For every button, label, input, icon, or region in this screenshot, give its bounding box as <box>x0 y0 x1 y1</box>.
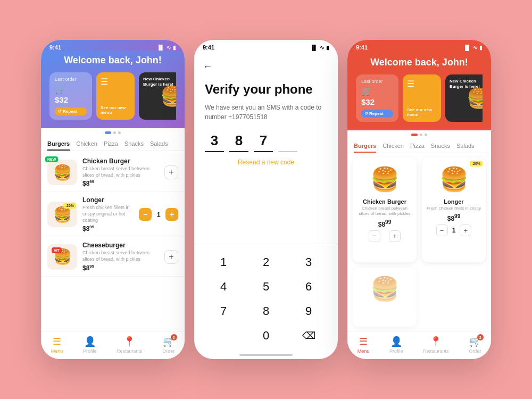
nav-profile-label-1: Profile <box>83 348 97 354</box>
grid-minus-1[interactable]: − <box>369 230 380 242</box>
order-badge-3: 2 <box>477 334 484 340</box>
last-order-card-1[interactable]: Last order 🛒 $32 ↺ Repeat <box>49 72 92 120</box>
key-5[interactable]: 5 <box>245 275 287 298</box>
item-img-2: 🍔 -20% <box>47 202 77 227</box>
grid-price-1: $899 <box>378 219 391 228</box>
qty-num-2: 1 <box>155 211 162 219</box>
key-2[interactable]: 2 <box>245 251 287 274</box>
verify-back-area: ← <box>194 53 338 77</box>
grid-minus-2[interactable]: − <box>436 225 448 236</box>
code-digit-2[interactable]: 8 <box>229 132 248 152</box>
profile-nav-icon-3: 👤 <box>390 336 402 347</box>
key-1[interactable]: 1 <box>203 251 244 274</box>
tab-salads-1[interactable]: Salads <box>150 137 168 151</box>
key-9[interactable]: 9 <box>288 300 329 323</box>
nav-order-3[interactable]: 🛒 2 Order <box>469 336 481 354</box>
item-name-1: Chicken Burger <box>82 157 159 165</box>
profile-nav-icon-1: 👤 <box>84 336 96 347</box>
add-button-1[interactable]: + <box>164 165 178 179</box>
key-4[interactable]: 4 <box>203 275 244 298</box>
last-order-card-3[interactable]: Last order 🛒 $32 ↺ Repeat <box>356 74 398 122</box>
add-button-3[interactable]: + <box>164 250 178 264</box>
tab-snacks-3[interactable]: Snacks <box>431 139 450 153</box>
signal-icon-2: ▐▌ <box>310 45 318 51</box>
badge-discount-2: -20% <box>63 203 76 209</box>
burger-card-3[interactable]: New Chicken Burger is here! 🍔 <box>445 74 483 122</box>
nav-profile-1[interactable]: 👤 Profile <box>83 336 97 354</box>
tab-snacks-1[interactable]: Snacks <box>124 137 144 151</box>
repeat-button-3[interactable]: ↺ Repeat <box>361 110 393 118</box>
numpad: 1 2 3 4 5 6 7 8 9 0 ⌫ <box>194 248 338 352</box>
menu-card-icon-3: ☰ <box>407 79 437 89</box>
menu-list-1: 🍔 NEW Chicken Burger Chicken breast serv… <box>41 151 185 331</box>
welcome-text-1: Welcome back, John! <box>49 55 176 66</box>
key-6[interactable]: 6 <box>288 275 329 298</box>
nav-menu-1[interactable]: ☰ Menu <box>51 336 63 354</box>
item-info-2: Longer Fresh chicken fillets in crispy o… <box>82 196 134 232</box>
dot-3-1 <box>411 134 418 136</box>
qty-plus-2[interactable]: + <box>165 208 178 221</box>
grid-item-2: -20% 🍔 Longer Fresh chicken fillets in c… <box>422 157 486 262</box>
item-img-1: 🍔 NEW <box>47 160 77 185</box>
carousel-dots-3 <box>347 130 491 137</box>
item-info-3: Cheeseburger Chicken breast served betwe… <box>82 242 159 271</box>
qty-minus-2[interactable]: − <box>139 208 152 221</box>
code-inputs[interactable]: 3 8 7 <box>205 132 327 152</box>
dot-3 <box>118 131 121 134</box>
burger-card-text-3: New Chicken Burger is here! <box>450 79 483 90</box>
key-8[interactable]: 8 <box>245 300 287 323</box>
last-order-label-1: Last order <box>55 77 87 82</box>
resend-link[interactable]: Resend a new code <box>205 159 327 166</box>
menu-card-3[interactable]: ☰ See our new menu <box>403 74 441 122</box>
badge-hit-3: HIT <box>52 247 62 253</box>
item-name-2: Longer <box>82 196 134 204</box>
status-time-3: 9:41 <box>356 44 368 51</box>
signal-icon: ▐▌ <box>157 45 164 51</box>
grid-plus-2[interactable]: + <box>460 225 471 236</box>
grid-name-2: Longer <box>444 198 463 205</box>
code-digit-4[interactable] <box>278 132 297 152</box>
grid-num-2: 1 <box>452 227 456 234</box>
tab-chicken-3[interactable]: Chicken <box>383 139 404 153</box>
item-name-3: Cheeseburger <box>82 242 159 249</box>
tab-salads-3[interactable]: Salads <box>456 139 475 153</box>
nav-profile-3[interactable]: 👤 Profile <box>389 336 403 354</box>
dot-1 <box>105 131 111 134</box>
burger-card-1[interactable]: New Chicken Burger is here! 🍔 <box>139 72 176 120</box>
last-order-price-1: $32 <box>55 95 87 104</box>
key-backspace[interactable]: ⌫ <box>288 324 329 347</box>
key-7[interactable]: 7 <box>203 300 244 323</box>
key-3[interactable]: 3 <box>288 251 329 274</box>
status-icons-2: ▐▌ ∿ ▮ <box>310 45 329 51</box>
nav-order-1[interactable]: 🛒 2 Order <box>162 336 174 354</box>
tab-chicken-1[interactable]: Chicken <box>76 137 97 151</box>
grid-plus-1[interactable]: + <box>389 230 401 242</box>
code-digit-3[interactable]: 7 <box>254 132 273 152</box>
tab-burgers-1[interactable]: Burgers <box>47 137 70 151</box>
phone-3: 9:41 ▐▌ ∿ ▮ Welcome back, John! Last ord… <box>347 40 491 359</box>
restaurants-nav-icon-1: 📍 <box>123 336 135 347</box>
grid-qty-1: − + <box>369 230 401 242</box>
signal-icon-3: ▐▌ <box>463 45 471 51</box>
badge-new-1: NEW <box>47 160 58 162</box>
menu-card-text-1: See our new menu <box>101 105 130 115</box>
nav-order-label-1: Order <box>162 348 174 354</box>
divider <box>194 244 338 244</box>
nav-menu-label-3: Menu <box>358 348 370 354</box>
back-button[interactable]: ← <box>203 57 329 77</box>
code-digit-1[interactable]: 3 <box>205 132 224 152</box>
item-img-3: 🍔 HIT <box>47 244 77 270</box>
menu-item-3: 🍔 HIT Cheeseburger Chicken breast served… <box>41 237 185 276</box>
menu-card-icon-1: ☰ <box>101 77 130 87</box>
key-0[interactable]: 0 <box>245 324 287 347</box>
nav-menu-3[interactable]: ☰ Menu <box>358 336 370 354</box>
badge-discount-grid-2: -20% <box>470 161 483 167</box>
nav-restaurants-1[interactable]: 📍 Restaurants <box>117 336 143 354</box>
key-empty <box>203 324 244 347</box>
menu-card-1[interactable]: ☰ See our new menu <box>96 72 135 120</box>
tab-pizza-3[interactable]: Pizza <box>410 139 425 153</box>
nav-restaurants-3[interactable]: 📍 Restaurants <box>423 336 449 354</box>
repeat-button-1[interactable]: ↺ Repeat <box>55 107 87 115</box>
tab-pizza-1[interactable]: Pizza <box>104 137 118 151</box>
tab-burgers-3[interactable]: Burgers <box>354 139 376 153</box>
